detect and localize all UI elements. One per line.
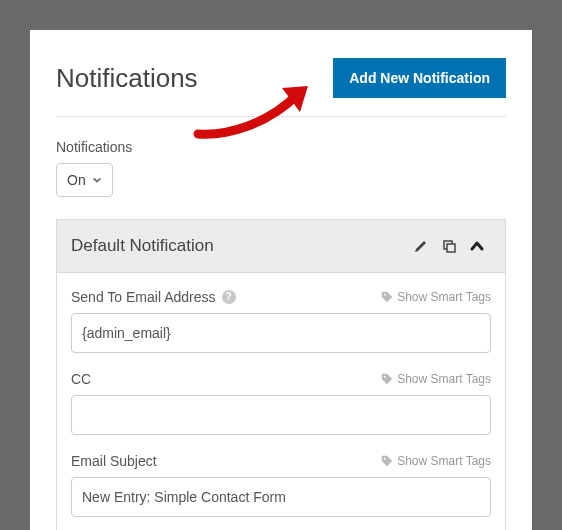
notification-card-header: Default Notification [57,220,505,273]
copy-icon [441,238,457,254]
edit-button[interactable] [407,234,435,258]
chevron-down-icon [92,175,102,185]
pencil-icon [413,238,429,254]
svg-point-4 [384,458,386,460]
notifications-toggle-label: Notifications [56,139,506,155]
svg-point-2 [384,294,386,296]
notification-card-title: Default Notification [71,236,407,256]
field-row: Send To Email Address ? Show Smart Tags [71,289,491,305]
tag-icon [381,373,393,385]
smart-tags-link[interactable]: Show Smart Tags [381,454,491,468]
notification-card: Default Notification [56,219,506,530]
field-row: CC Show Smart Tags [71,371,491,387]
subject-label: Email Subject [71,453,157,469]
field-row: Email Subject Show Smart Tags [71,453,491,469]
notifications-panel: Notifications Add New Notification Notif… [30,30,532,530]
subject-input[interactable] [71,477,491,517]
notification-card-body: Send To Email Address ? Show Smart Tags … [57,273,505,517]
smart-tags-link[interactable]: Show Smart Tags [381,372,491,386]
page-title: Notifications [56,63,198,94]
field-send-to: Send To Email Address ? Show Smart Tags [71,289,491,353]
smart-tags-link[interactable]: Show Smart Tags [381,290,491,304]
field-subject: Email Subject Show Smart Tags [71,453,491,517]
cc-input[interactable] [71,395,491,435]
page-header: Notifications Add New Notification [56,58,506,117]
chevron-up-icon [469,238,485,254]
tag-icon [381,291,393,303]
notifications-toggle-value: On [67,172,86,188]
svg-rect-1 [447,244,455,252]
collapse-button[interactable] [463,234,491,258]
smart-tags-text: Show Smart Tags [397,454,491,468]
notifications-toggle[interactable]: On [56,163,113,197]
send-to-label-text: Send To Email Address [71,289,216,305]
add-new-notification-button[interactable]: Add New Notification [333,58,506,98]
help-icon[interactable]: ? [222,290,236,304]
field-cc: CC Show Smart Tags [71,371,491,435]
cc-label: CC [71,371,91,387]
send-to-input[interactable] [71,313,491,353]
smart-tags-text: Show Smart Tags [397,290,491,304]
send-to-label: Send To Email Address ? [71,289,236,305]
smart-tags-text: Show Smart Tags [397,372,491,386]
tag-icon [381,455,393,467]
svg-point-3 [384,376,386,378]
duplicate-button[interactable] [435,234,463,258]
